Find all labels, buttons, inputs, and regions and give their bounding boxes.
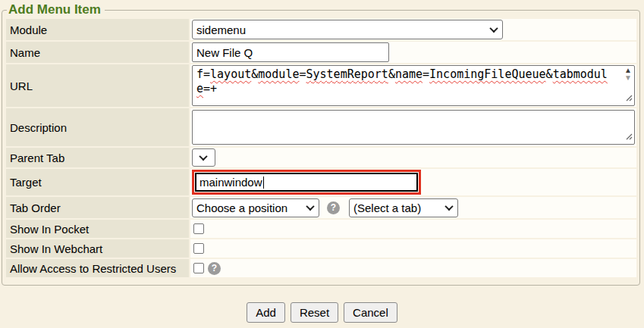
chevron-down-icon: [199, 152, 207, 161]
url-textarea-content: f=layout&module=SystemReport&name=Incomi…: [193, 66, 634, 98]
url-label: URL: [6, 64, 189, 107]
form-row-show-in-pocket: Show In Pocket: [6, 220, 636, 238]
form-table: Module sidemenu Name URL f=layout&module…: [6, 19, 636, 277]
tab-order-label: Tab Order: [6, 197, 189, 218]
chevron-down-icon: [445, 202, 453, 211]
chevron-down-icon: [489, 24, 498, 33]
form-row-module: Module sidemenu: [6, 19, 636, 40]
cancel-button[interactable]: Cancel: [344, 302, 397, 323]
form-row-parent-tab: Parent Tab: [6, 148, 636, 167]
tab-select[interactable]: (Select a tab): [349, 198, 458, 217]
allow-restricted-label: Allow Access to Restricted Users: [6, 259, 189, 277]
target-input[interactable]: mainwindow: [195, 173, 418, 192]
form-row-target: Target mainwindow: [6, 169, 636, 195]
form-row-url: URL f=layout&module=SystemReport&name=In…: [6, 64, 636, 107]
module-label: Module: [6, 19, 189, 40]
module-select[interactable]: sidemenu: [192, 20, 503, 39]
button-bar: Add Reset Cancel: [0, 302, 644, 323]
text-caret: [263, 176, 264, 189]
target-label: Target: [6, 169, 189, 195]
show-in-pocket-checkbox[interactable]: [193, 223, 204, 234]
show-in-pocket-label: Show In Pocket: [6, 220, 189, 238]
tab-position-select[interactable]: Choose a position: [192, 198, 319, 217]
form-row-tab-order: Tab Order Choose a position ? (Select a …: [6, 197, 636, 218]
form-row-description: Description: [6, 108, 636, 146]
parent-tab-label: Parent Tab: [6, 148, 189, 167]
show-in-webchart-label: Show In Webchart: [6, 239, 189, 258]
help-icon[interactable]: ?: [327, 201, 340, 214]
name-label: Name: [6, 42, 189, 63]
description-textarea[interactable]: [192, 110, 635, 145]
scrollbar[interactable]: ▲ ▼: [624, 67, 632, 82]
add-button[interactable]: Add: [247, 302, 285, 323]
resize-handle-icon[interactable]: [626, 130, 633, 143]
resize-handle-icon[interactable]: [626, 91, 633, 105]
form-legend: Add Menu Item: [7, 2, 105, 17]
tab-select-value: (Select a tab): [353, 201, 421, 214]
url-textarea[interactable]: f=layout&module=SystemReport&name=Incomi…: [192, 65, 635, 106]
chevron-down-icon: [306, 202, 314, 211]
annotation-highlight: mainwindow: [192, 170, 421, 195]
add-menu-item-form: Add Menu Item Module sidemenu Name URL: [2, 2, 640, 286]
target-input-value: mainwindow: [199, 176, 262, 189]
description-label: Description: [6, 108, 189, 146]
description-textarea-content: [193, 111, 634, 114]
form-row-name: Name: [6, 42, 636, 63]
reset-button[interactable]: Reset: [291, 302, 338, 323]
form-row-allow-restricted: Allow Access to Restricted Users ?: [6, 259, 636, 277]
parent-tab-select[interactable]: [192, 148, 215, 167]
allow-restricted-checkbox[interactable]: [193, 263, 204, 273]
show-in-webchart-checkbox[interactable]: [193, 243, 204, 254]
tab-position-select-value: Choose a position: [196, 201, 287, 214]
help-icon[interactable]: ?: [208, 262, 221, 275]
form-row-show-in-webchart: Show In Webchart: [6, 239, 636, 258]
scroll-down-icon[interactable]: ▼: [624, 74, 632, 82]
module-select-value: sidemenu: [196, 23, 246, 36]
name-input[interactable]: [192, 42, 389, 62]
